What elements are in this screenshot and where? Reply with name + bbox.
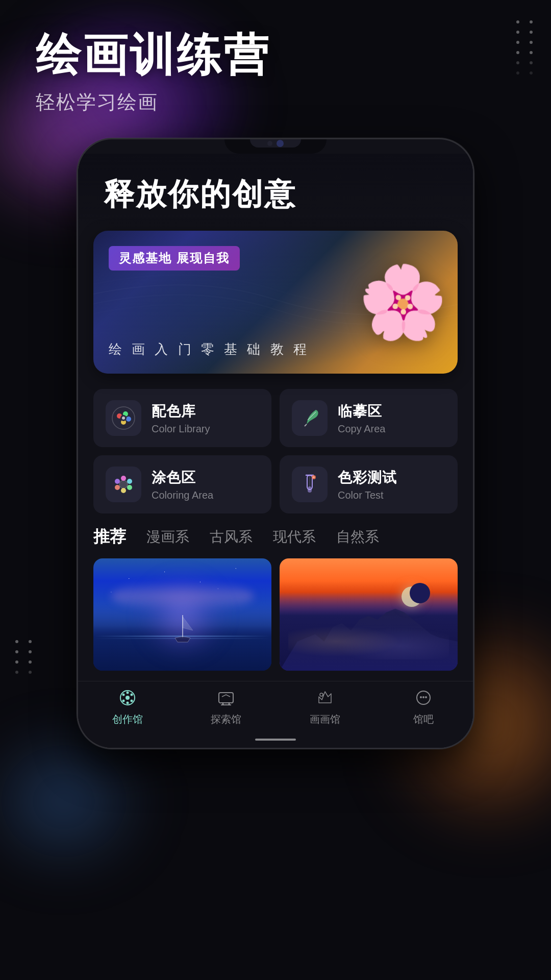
front-camera-icon <box>267 141 272 146</box>
camera-lens-icon <box>277 140 284 147</box>
forum-nav-icon <box>414 689 433 709</box>
tab-nature[interactable]: 自然系 <box>336 527 379 547</box>
svg-point-9 <box>127 479 132 484</box>
feature-coloring-area[interactable]: 涂色区 Coloring Area <box>93 455 271 513</box>
gallery-nav-label: 画画馆 <box>310 713 340 726</box>
svg-point-3 <box>126 416 131 422</box>
color-library-en: Color Library <box>152 423 210 435</box>
feature-coloring-area-text: 涂色区 Coloring Area <box>152 468 213 501</box>
svg-point-25 <box>126 702 129 704</box>
svg-point-10 <box>127 485 132 490</box>
svg-point-22 <box>126 692 129 694</box>
forum-nav-label: 馆吧 <box>413 713 434 726</box>
svg-point-11 <box>121 488 126 493</box>
nav-item-explore[interactable]: 探索馆 <box>195 689 257 726</box>
ocean-clouds-decoration <box>111 581 254 611</box>
tab-recommend[interactable]: 推荐 <box>93 526 126 548</box>
svg-point-29 <box>320 693 323 696</box>
svg-point-7 <box>119 480 128 488</box>
phone-frame: 释放你的创意 灵感基地 展现自我 🌸 绘 画 入 门 零 基 础 教 程 <box>77 138 474 749</box>
tab-ancient[interactable]: 古风系 <box>210 527 253 547</box>
creation-nav-icon <box>118 689 137 709</box>
svg-point-26 <box>122 700 124 702</box>
banner-card[interactable]: 灵感基地 展现自我 🌸 绘 画 入 门 零 基 础 教 程 <box>93 231 458 374</box>
svg-point-12 <box>115 485 120 490</box>
svg-point-33 <box>425 696 427 698</box>
feature-color-test[interactable]: 色彩测试 Color Test <box>280 455 458 513</box>
explore-nav-icon <box>217 689 235 709</box>
dot-decoration-right <box>516 20 536 75</box>
nav-item-forum[interactable]: 馆吧 <box>393 689 454 726</box>
feature-grid: 配色库 Color Library 临摹区 <box>78 389 473 526</box>
phone-notch <box>224 139 327 154</box>
svg-rect-28 <box>219 693 233 703</box>
color-test-en: Color Test <box>338 489 397 501</box>
coloring-icon <box>106 467 141 502</box>
svg-point-21 <box>126 696 130 700</box>
dot-decoration-left <box>15 640 35 674</box>
phone-hero-section: 释放你的创意 <box>78 154 473 231</box>
color-test-zh: 色彩测试 <box>338 468 397 487</box>
tab-manga[interactable]: 漫画系 <box>146 527 189 547</box>
gallery-item-ocean[interactable] <box>93 558 271 671</box>
phone-hero-text: 释放你的创意 <box>104 174 447 215</box>
feature-copy-area[interactable]: 临摹区 Copy Area <box>280 389 458 447</box>
banner-description: 绘 画 入 门 零 基 础 教 程 <box>109 340 310 358</box>
svg-point-8 <box>121 476 126 481</box>
feature-color-library[interactable]: 配色库 Color Library <box>93 389 271 447</box>
copy-area-en: Copy Area <box>338 423 385 435</box>
creation-nav-label: 创作馆 <box>112 713 143 726</box>
banner-tag: 灵感基地 展现自我 <box>109 246 240 271</box>
svg-point-13 <box>115 479 120 484</box>
flower-icon: 🌸 <box>358 266 447 338</box>
main-title: 绘画训练营 <box>36 31 510 80</box>
tab-modern[interactable]: 现代系 <box>273 527 316 547</box>
gallery-nav-icon <box>316 689 334 709</box>
feature-color-test-text: 色彩测试 Color Test <box>338 468 397 501</box>
phone-inner: 释放你的创意 灵感基地 展现自我 🌸 绘 画 入 门 零 基 础 教 程 <box>78 154 473 748</box>
svg-point-31 <box>420 696 422 698</box>
palette-icon <box>106 400 141 436</box>
feature-color-library-text: 配色库 Color Library <box>152 402 210 435</box>
coloring-area-zh: 涂色区 <box>152 468 213 487</box>
svg-point-18 <box>313 476 315 478</box>
color-library-zh: 配色库 <box>152 402 210 421</box>
gallery-grid <box>93 558 458 671</box>
top-section: 绘画训练营 轻松学习绘画 <box>36 31 510 115</box>
coloring-area-en: Coloring Area <box>152 489 213 501</box>
copy-area-zh: 临摹区 <box>338 402 385 421</box>
nav-item-creation[interactable]: 创作馆 <box>97 689 158 726</box>
home-indicator <box>255 739 296 741</box>
svg-point-6 <box>122 416 125 420</box>
explore-nav-label: 探索馆 <box>211 713 241 726</box>
sub-title: 轻松学习绘画 <box>36 89 510 115</box>
phone-mockup: 释放你的创意 灵感基地 展现自我 🌸 绘 画 入 门 零 基 础 教 程 <box>77 138 474 749</box>
gallery-item-city[interactable] <box>280 558 458 671</box>
feather-icon <box>292 400 328 436</box>
recommendations-section: 推荐 漫画系 古风系 现代系 自然系 <box>78 526 473 681</box>
svg-point-23 <box>130 694 133 696</box>
test-tube-icon <box>292 467 328 502</box>
reco-tabs: 推荐 漫画系 古风系 现代系 自然系 <box>93 526 458 548</box>
svg-point-32 <box>422 696 424 698</box>
bottom-nav: 创作馆 探索馆 <box>78 681 473 731</box>
city-lights-decoration <box>288 615 448 659</box>
feature-copy-area-text: 临摹区 Copy Area <box>338 402 385 435</box>
nav-item-gallery[interactable]: 画画馆 <box>294 689 356 726</box>
svg-point-24 <box>130 700 133 702</box>
svg-point-27 <box>122 694 124 696</box>
